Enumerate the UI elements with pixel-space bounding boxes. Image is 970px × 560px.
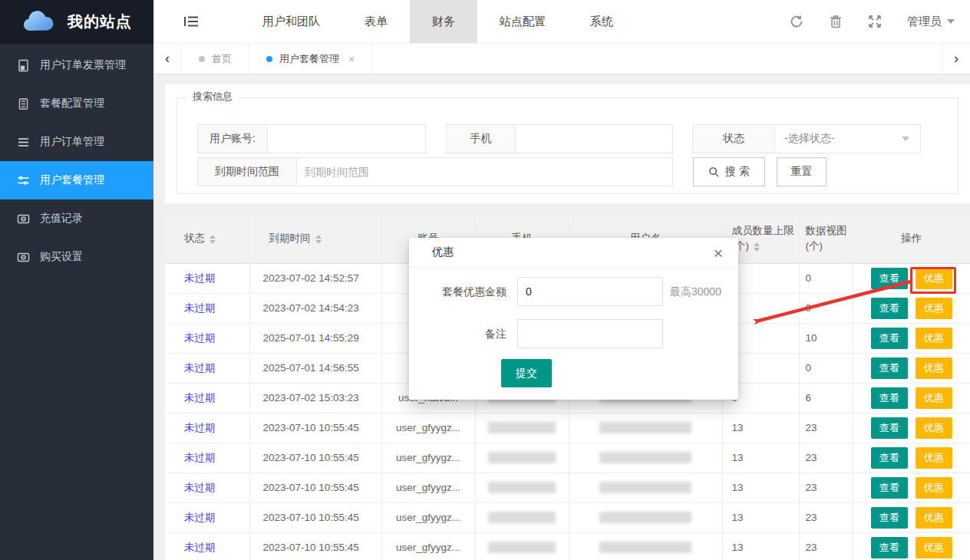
topnav-item[interactable]: 表单 — [342, 0, 410, 43]
date-range-label: 到期时间范围 — [197, 157, 297, 186]
view-button[interactable]: 查看 — [871, 268, 908, 289]
discount-button[interactable]: 优惠 — [916, 298, 952, 319]
note-input[interactable] — [517, 319, 663, 348]
username-cell-redacted — [569, 443, 722, 473]
table-row: 未过期2023-07-10 10:55:45user_gfyygz...1323… — [165, 443, 970, 473]
actions-cell: 查看优惠 — [853, 353, 970, 383]
discount-button[interactable]: 优惠 — [916, 268, 952, 289]
actions-cell: 查看优惠 — [853, 323, 970, 353]
menu-collapse-icon[interactable] — [153, 0, 213, 43]
column-header[interactable]: 状态 — [165, 215, 249, 263]
topnav-item[interactable]: 用户和团队 — [240, 0, 342, 43]
discount-button[interactable]: 优惠 — [916, 357, 952, 379]
view-button[interactable]: 查看 — [871, 477, 908, 499]
discount-button[interactable]: 优惠 — [916, 387, 952, 409]
view-button[interactable]: 查看 — [871, 387, 908, 409]
modal-header: 优惠 × — [409, 238, 738, 268]
view-button[interactable]: 查看 — [871, 507, 908, 529]
discount-button[interactable]: 优惠 — [916, 328, 952, 349]
reset-button[interactable]: 重置 — [777, 157, 826, 186]
sidebar-item[interactable]: 购买设置 — [0, 238, 153, 276]
phone-label: 手机 — [446, 124, 516, 153]
submit-button[interactable]: 提交 — [501, 359, 552, 387]
topnav-item[interactable]: 系统 — [568, 0, 635, 43]
actions-cell: 查看优惠 — [853, 473, 970, 502]
search-button[interactable]: 搜 索 — [693, 157, 765, 186]
topnav-right: 管理员 — [790, 0, 970, 43]
view-button[interactable]: 查看 — [871, 537, 908, 558]
trash-icon[interactable] — [829, 15, 843, 28]
phone-cell-redacted — [475, 413, 569, 443]
view-button[interactable]: 查看 — [871, 298, 908, 319]
topnav-item[interactable]: 财务 — [410, 0, 477, 43]
date-range-input[interactable] — [297, 157, 673, 186]
column-header-label: 操作 — [901, 232, 922, 244]
search-legend: 搜索信息 — [186, 90, 239, 104]
expire-time-cell: 2023-07-10 10:55:45 — [249, 413, 381, 443]
status-link[interactable]: 未过期 — [184, 392, 216, 404]
status-link[interactable]: 未过期 — [184, 542, 216, 553]
expire-time-cell: 2023-07-02 15:03:23 — [249, 383, 381, 413]
refresh-icon[interactable] — [790, 15, 803, 28]
username-cell-redacted — [569, 502, 722, 532]
member-limit-cell: 13 — [722, 443, 799, 473]
sidebar-item[interactable]: 用户订单管理 — [0, 123, 153, 161]
status-link[interactable]: 未过期 — [184, 332, 216, 344]
status-select[interactable]: -选择状态- — [775, 124, 921, 153]
status-link[interactable]: 未过期 — [184, 452, 216, 463]
topnav-item[interactable]: 站点配置 — [477, 0, 568, 43]
redacted-blur — [488, 542, 556, 553]
tab-close-icon[interactable]: × — [348, 53, 355, 65]
sidebar-item-label: 用户订单管理 — [40, 135, 104, 149]
discount-button[interactable]: 优惠 — [916, 507, 952, 529]
phone-input[interactable] — [516, 124, 673, 153]
redacted-blur — [599, 482, 691, 493]
account-cell: user_gfyygz... — [381, 473, 475, 502]
status-link[interactable]: 未过期 — [184, 272, 216, 284]
view-button[interactable]: 查看 — [871, 417, 908, 439]
topnav-items: 用户和团队表单财务站点配置系统 — [240, 0, 635, 43]
column-header[interactable]: 到期时间 — [249, 215, 381, 263]
actions-cell: 查看优惠 — [853, 502, 970, 532]
status-link[interactable]: 未过期 — [184, 422, 216, 433]
fullscreen-icon[interactable] — [868, 15, 882, 28]
discount-button[interactable]: 优惠 — [916, 537, 952, 558]
expire-time-cell: 2023-07-10 10:55:45 — [249, 532, 381, 560]
redacted-blur — [599, 512, 691, 523]
discount-button[interactable]: 优惠 — [916, 477, 952, 499]
column-header-label: 成员数量上限(个) — [732, 225, 794, 252]
tab-item[interactable]: 首页 — [182, 44, 249, 74]
brand: 我的站点 — [0, 0, 153, 44]
status-link[interactable]: 未过期 — [184, 482, 216, 493]
column-header: 数据视图(个) — [799, 215, 853, 263]
sidebar-item[interactable]: 用户套餐管理 — [0, 161, 153, 199]
view-button[interactable]: 查看 — [871, 328, 908, 349]
data-views-cell: 10 — [799, 323, 853, 353]
sort-icon[interactable] — [754, 242, 760, 252]
account-input[interactable] — [268, 124, 426, 153]
view-button[interactable]: 查看 — [871, 357, 908, 379]
data-views-cell: 0 — [799, 353, 853, 383]
data-views-cell: 23 — [799, 502, 853, 532]
sidebar-item[interactable]: 充值记录 — [0, 199, 153, 238]
tab-item[interactable]: 用户套餐管理× — [249, 44, 372, 74]
discount-button[interactable]: 优惠 — [916, 447, 952, 469]
discount-button[interactable]: 优惠 — [916, 417, 952, 439]
status-link[interactable]: 未过期 — [184, 512, 216, 523]
discount-amount-input[interactable] — [517, 277, 663, 306]
status-link[interactable]: 未过期 — [184, 362, 216, 374]
sidebar-item[interactable]: 套餐配置管理 — [0, 84, 153, 123]
tabs-scroll-left-icon[interactable]: ‹ — [153, 44, 182, 74]
close-icon[interactable]: × — [714, 245, 723, 261]
tabs-scroll-right-icon[interactable]: › — [942, 44, 970, 74]
data-views-cell: 6 — [799, 383, 853, 413]
view-button[interactable]: 查看 — [871, 447, 908, 469]
sort-icon[interactable] — [315, 235, 322, 244]
status-link[interactable]: 未过期 — [184, 302, 216, 314]
actions-cell: 查看优惠 — [853, 263, 970, 293]
sidebar-item[interactable]: 用户订单发票管理 — [0, 46, 153, 84]
sort-icon[interactable] — [210, 235, 216, 244]
admin-dropdown[interactable]: 管理员 — [907, 15, 955, 29]
expire-time-cell: 2025-07-01 14:56:55 — [249, 353, 381, 383]
tabs: 首页用户套餐管理× — [182, 44, 372, 74]
